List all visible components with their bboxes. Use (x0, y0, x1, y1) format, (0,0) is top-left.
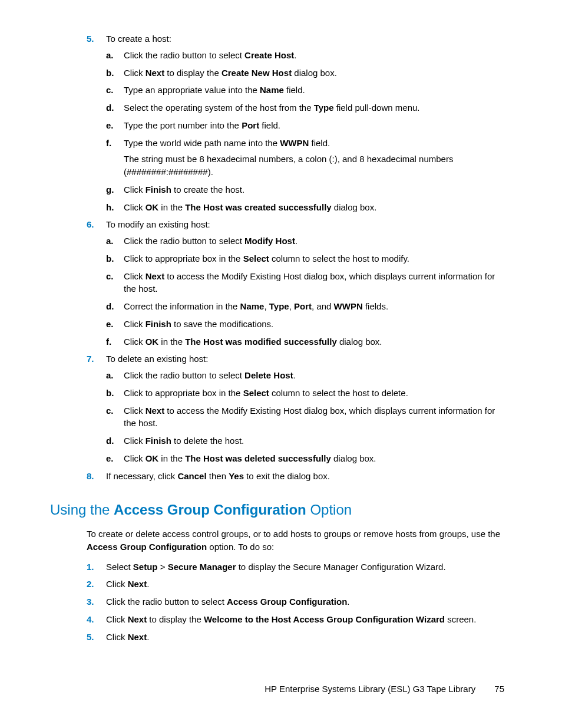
step-5b: b. Click Next to display the Create New … (106, 67, 503, 80)
bold: Port (294, 301, 312, 311)
step-7-text: To delete an existing host: (106, 354, 208, 364)
text: fields. (363, 301, 388, 311)
marker-6c: c. (106, 270, 114, 283)
text: To create or delete access control group… (87, 529, 500, 539)
page-number: 75 (494, 684, 504, 694)
marker-6a: a. (106, 235, 114, 248)
bold: Finish (146, 185, 171, 195)
text: Click the radio button to select (124, 50, 244, 60)
bold: Finish (146, 436, 171, 446)
text: . (295, 236, 297, 246)
text: dialog box. (292, 68, 337, 78)
marker-5c: c. (106, 84, 114, 97)
page-footer: HP Enterprise Systems Library (ESL) G3 T… (265, 684, 504, 694)
step-5e: e. Type the port number into the Port fi… (106, 119, 503, 132)
text: . (147, 632, 149, 642)
section-step-2: 2. Click Next. (50, 578, 503, 591)
footer-text: HP Enterprise Systems Library (ESL) G3 T… (265, 684, 475, 694)
step-6d: d. Correct the information in the Name, … (106, 300, 503, 313)
text: dialog box. (337, 337, 382, 347)
step-7: 7. To delete an existing host: a. Click … (50, 353, 503, 465)
bold: WWPN (280, 138, 309, 148)
text: . (294, 50, 296, 60)
text: Click (106, 614, 128, 624)
heading-text: Option (306, 502, 352, 518)
text: Click (106, 632, 128, 642)
outer-numbered-list: 5. To create a host: a. Click the radio … (50, 32, 503, 482)
text: Type the port number into the (124, 120, 242, 130)
bold: Access Group Configuration (227, 597, 347, 607)
step-8: 8. If necessary, click Cancel then Yes t… (50, 470, 503, 483)
section-intro: To create or delete access control group… (50, 528, 503, 554)
section-step-1: 1. Select Setup > Secure Manager to disp… (50, 561, 503, 574)
text: Type an appropriate value into the (124, 85, 260, 95)
step-7-substeps: a. Click the radio button to select Dele… (106, 369, 503, 465)
text: to display the (164, 68, 222, 78)
bold: Port (242, 120, 259, 130)
step-5f: f. Type the world wide path name into th… (106, 137, 503, 179)
text: to access the Modify Existing Host dialo… (124, 271, 495, 294)
text: Click to appropriate box in the (124, 388, 243, 398)
step-6-marker: 6. (87, 218, 94, 231)
marker-5a: a. (106, 49, 114, 62)
bold: Next (146, 406, 165, 416)
step-8-marker: 8. (87, 470, 94, 483)
marker-s2: 2. (87, 578, 94, 591)
text: Click (124, 337, 146, 347)
step-7b: b. Click to appropriate box in the Selec… (106, 387, 503, 400)
text: in the (158, 202, 185, 212)
bold: Next (128, 579, 147, 589)
bold: Select (243, 253, 269, 263)
text: screen. (445, 614, 476, 624)
marker-5h: h. (106, 201, 114, 214)
text: option. To do so: (207, 542, 274, 552)
text: Click (124, 406, 146, 416)
step-6-substeps: a. Click the radio button to select Modi… (106, 235, 503, 348)
marker-s4: 4. (87, 613, 94, 626)
text: field. (259, 120, 280, 130)
marker-7b: b. (106, 387, 114, 400)
marker-7a: a. (106, 369, 114, 382)
marker-5d: d. (106, 101, 114, 114)
heading-bold: Access Group Configuration (114, 502, 306, 518)
bold: Setup (133, 562, 158, 572)
text: Type the world wide path name into the (124, 138, 280, 148)
step-5a: a. Click the radio button to select Crea… (106, 49, 503, 62)
bold: Welcome to the Host Access Group Configu… (204, 614, 445, 624)
text: > (158, 562, 168, 572)
step-5h: h. Click OK in the The Host was created … (106, 201, 503, 214)
text: Click (124, 319, 146, 329)
bold: Finish (146, 319, 171, 329)
bold: OK (146, 202, 159, 212)
bold: Access Group Configuration (87, 542, 207, 552)
text: Click (106, 579, 128, 589)
bold: Next (146, 68, 165, 78)
step-7e: e. Click OK in the The Host was deleted … (106, 452, 503, 465)
text: . (147, 579, 149, 589)
text: Click the radio button to select (124, 370, 244, 380)
marker-6d: d. (106, 300, 114, 313)
bold: The Host was created successfully (185, 202, 331, 212)
section-numbered-list: 1. Select Setup > Secure Manager to disp… (50, 561, 503, 644)
bold: Type (269, 301, 289, 311)
step-5-substeps: a. Click the radio button to select Crea… (106, 49, 503, 214)
bold: Next (128, 614, 147, 624)
marker-6f: f. (106, 335, 111, 348)
marker-6e: e. (106, 318, 114, 331)
marker-7c: c. (106, 404, 114, 417)
text: field. (284, 85, 305, 95)
text: to create the host. (171, 185, 244, 195)
marker-7e: e. (106, 452, 114, 465)
step-6e: e. Click Finish to save the modification… (106, 318, 503, 331)
text: dialog box. (331, 453, 376, 463)
step-6b: b. Click to appropriate box in the Selec… (106, 252, 503, 265)
text: Click (124, 185, 146, 195)
bold: The Host was deleted successfully (185, 453, 331, 463)
bold: Next (146, 271, 165, 281)
text: column to select the host to delete. (269, 388, 408, 398)
section-step-3: 3. Click the radio button to select Acce… (50, 595, 503, 608)
bold: Name (260, 85, 284, 95)
step-7c: c. Click Next to access the Modify Exist… (106, 404, 503, 430)
bold: Create Host (244, 50, 294, 60)
bold: Cancel (177, 471, 206, 481)
